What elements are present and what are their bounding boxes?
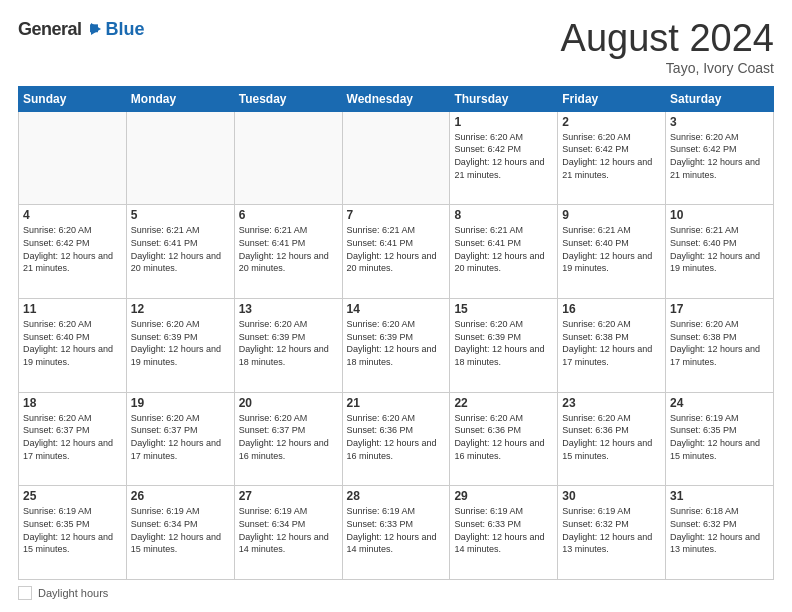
day-number: 19 — [131, 396, 230, 410]
table-row: 18Sunrise: 6:20 AM Sunset: 6:37 PM Dayli… — [19, 392, 127, 486]
day-info: Sunrise: 6:21 AM Sunset: 6:40 PM Dayligh… — [670, 224, 769, 274]
day-number: 9 — [562, 208, 661, 222]
day-info: Sunrise: 6:21 AM Sunset: 6:41 PM Dayligh… — [454, 224, 553, 274]
header: General Blue August 2024 Tayo, Ivory Coa… — [18, 18, 774, 76]
day-info: Sunrise: 6:20 AM Sunset: 6:36 PM Dayligh… — [562, 412, 661, 462]
table-row — [126, 111, 234, 205]
day-number: 24 — [670, 396, 769, 410]
day-info: Sunrise: 6:20 AM Sunset: 6:38 PM Dayligh… — [562, 318, 661, 368]
calendar-week-row: 11Sunrise: 6:20 AM Sunset: 6:40 PM Dayli… — [19, 299, 774, 393]
day-info: Sunrise: 6:19 AM Sunset: 6:32 PM Dayligh… — [562, 505, 661, 555]
day-info: Sunrise: 6:20 AM Sunset: 6:42 PM Dayligh… — [23, 224, 122, 274]
daylight-label: Daylight hours — [38, 587, 108, 599]
day-number: 2 — [562, 115, 661, 129]
table-row: 22Sunrise: 6:20 AM Sunset: 6:36 PM Dayli… — [450, 392, 558, 486]
table-row: 24Sunrise: 6:19 AM Sunset: 6:35 PM Dayli… — [666, 392, 774, 486]
day-info: Sunrise: 6:20 AM Sunset: 6:42 PM Dayligh… — [670, 131, 769, 181]
table-row — [342, 111, 450, 205]
table-row: 7Sunrise: 6:21 AM Sunset: 6:41 PM Daylig… — [342, 205, 450, 299]
footer: Daylight hours — [18, 586, 774, 600]
daylight-box-icon — [18, 586, 32, 600]
day-info: Sunrise: 6:21 AM Sunset: 6:41 PM Dayligh… — [347, 224, 446, 274]
day-info: Sunrise: 6:20 AM Sunset: 6:39 PM Dayligh… — [131, 318, 230, 368]
calendar-header-row: Sunday Monday Tuesday Wednesday Thursday… — [19, 86, 774, 111]
day-info: Sunrise: 6:19 AM Sunset: 6:35 PM Dayligh… — [670, 412, 769, 462]
day-number: 22 — [454, 396, 553, 410]
logo-icon — [83, 18, 105, 40]
day-number: 7 — [347, 208, 446, 222]
day-info: Sunrise: 6:20 AM Sunset: 6:39 PM Dayligh… — [347, 318, 446, 368]
day-info: Sunrise: 6:19 AM Sunset: 6:33 PM Dayligh… — [454, 505, 553, 555]
day-info: Sunrise: 6:19 AM Sunset: 6:34 PM Dayligh… — [239, 505, 338, 555]
day-info: Sunrise: 6:19 AM Sunset: 6:33 PM Dayligh… — [347, 505, 446, 555]
day-number: 31 — [670, 489, 769, 503]
table-row: 8Sunrise: 6:21 AM Sunset: 6:41 PM Daylig… — [450, 205, 558, 299]
day-info: Sunrise: 6:21 AM Sunset: 6:40 PM Dayligh… — [562, 224, 661, 274]
day-info: Sunrise: 6:20 AM Sunset: 6:40 PM Dayligh… — [23, 318, 122, 368]
day-number: 28 — [347, 489, 446, 503]
day-info: Sunrise: 6:20 AM Sunset: 6:42 PM Dayligh… — [562, 131, 661, 181]
table-row: 14Sunrise: 6:20 AM Sunset: 6:39 PM Dayli… — [342, 299, 450, 393]
table-row: 26Sunrise: 6:19 AM Sunset: 6:34 PM Dayli… — [126, 486, 234, 580]
day-info: Sunrise: 6:20 AM Sunset: 6:38 PM Dayligh… — [670, 318, 769, 368]
day-info: Sunrise: 6:20 AM Sunset: 6:39 PM Dayligh… — [239, 318, 338, 368]
calendar-week-row: 1Sunrise: 6:20 AM Sunset: 6:42 PM Daylig… — [19, 111, 774, 205]
table-row — [19, 111, 127, 205]
col-monday: Monday — [126, 86, 234, 111]
table-row: 15Sunrise: 6:20 AM Sunset: 6:39 PM Dayli… — [450, 299, 558, 393]
day-number: 5 — [131, 208, 230, 222]
title-area: August 2024 Tayo, Ivory Coast — [561, 18, 774, 76]
day-info: Sunrise: 6:19 AM Sunset: 6:34 PM Dayligh… — [131, 505, 230, 555]
table-row: 4Sunrise: 6:20 AM Sunset: 6:42 PM Daylig… — [19, 205, 127, 299]
day-number: 15 — [454, 302, 553, 316]
table-row: 27Sunrise: 6:19 AM Sunset: 6:34 PM Dayli… — [234, 486, 342, 580]
table-row: 19Sunrise: 6:20 AM Sunset: 6:37 PM Dayli… — [126, 392, 234, 486]
table-row: 25Sunrise: 6:19 AM Sunset: 6:35 PM Dayli… — [19, 486, 127, 580]
day-number: 4 — [23, 208, 122, 222]
day-number: 16 — [562, 302, 661, 316]
day-info: Sunrise: 6:20 AM Sunset: 6:37 PM Dayligh… — [239, 412, 338, 462]
col-saturday: Saturday — [666, 86, 774, 111]
day-number: 11 — [23, 302, 122, 316]
table-row: 29Sunrise: 6:19 AM Sunset: 6:33 PM Dayli… — [450, 486, 558, 580]
day-info: Sunrise: 6:20 AM Sunset: 6:36 PM Dayligh… — [347, 412, 446, 462]
table-row: 5Sunrise: 6:21 AM Sunset: 6:41 PM Daylig… — [126, 205, 234, 299]
table-row: 30Sunrise: 6:19 AM Sunset: 6:32 PM Dayli… — [558, 486, 666, 580]
day-number: 25 — [23, 489, 122, 503]
table-row: 6Sunrise: 6:21 AM Sunset: 6:41 PM Daylig… — [234, 205, 342, 299]
calendar-week-row: 25Sunrise: 6:19 AM Sunset: 6:35 PM Dayli… — [19, 486, 774, 580]
table-row: 20Sunrise: 6:20 AM Sunset: 6:37 PM Dayli… — [234, 392, 342, 486]
day-number: 1 — [454, 115, 553, 129]
day-number: 23 — [562, 396, 661, 410]
month-title: August 2024 — [561, 18, 774, 60]
day-info: Sunrise: 6:20 AM Sunset: 6:42 PM Dayligh… — [454, 131, 553, 181]
col-tuesday: Tuesday — [234, 86, 342, 111]
col-friday: Friday — [558, 86, 666, 111]
logo-text: General Blue — [18, 18, 145, 40]
logo: General Blue — [18, 18, 145, 40]
logo-blue: Blue — [106, 19, 145, 40]
day-number: 26 — [131, 489, 230, 503]
table-row: 13Sunrise: 6:20 AM Sunset: 6:39 PM Dayli… — [234, 299, 342, 393]
table-row: 1Sunrise: 6:20 AM Sunset: 6:42 PM Daylig… — [450, 111, 558, 205]
day-number: 10 — [670, 208, 769, 222]
table-row: 16Sunrise: 6:20 AM Sunset: 6:38 PM Dayli… — [558, 299, 666, 393]
day-number: 13 — [239, 302, 338, 316]
table-row: 10Sunrise: 6:21 AM Sunset: 6:40 PM Dayli… — [666, 205, 774, 299]
day-number: 30 — [562, 489, 661, 503]
col-wednesday: Wednesday — [342, 86, 450, 111]
col-thursday: Thursday — [450, 86, 558, 111]
day-info: Sunrise: 6:20 AM Sunset: 6:36 PM Dayligh… — [454, 412, 553, 462]
day-number: 6 — [239, 208, 338, 222]
calendar-table: Sunday Monday Tuesday Wednesday Thursday… — [18, 86, 774, 580]
table-row: 12Sunrise: 6:20 AM Sunset: 6:39 PM Dayli… — [126, 299, 234, 393]
table-row: 21Sunrise: 6:20 AM Sunset: 6:36 PM Dayli… — [342, 392, 450, 486]
day-info: Sunrise: 6:18 AM Sunset: 6:32 PM Dayligh… — [670, 505, 769, 555]
table-row: 3Sunrise: 6:20 AM Sunset: 6:42 PM Daylig… — [666, 111, 774, 205]
col-sunday: Sunday — [19, 86, 127, 111]
table-row: 11Sunrise: 6:20 AM Sunset: 6:40 PM Dayli… — [19, 299, 127, 393]
table-row: 9Sunrise: 6:21 AM Sunset: 6:40 PM Daylig… — [558, 205, 666, 299]
day-number: 3 — [670, 115, 769, 129]
day-number: 17 — [670, 302, 769, 316]
calendar-week-row: 18Sunrise: 6:20 AM Sunset: 6:37 PM Dayli… — [19, 392, 774, 486]
